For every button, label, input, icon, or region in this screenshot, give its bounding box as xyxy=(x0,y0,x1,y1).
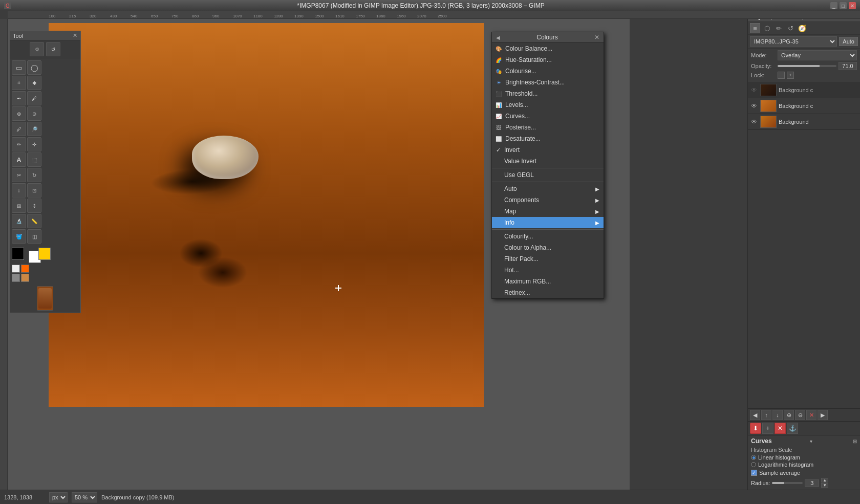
layer-visibility-1[interactable]: 👁 xyxy=(750,102,758,110)
lock-position-checkbox[interactable]: + xyxy=(787,72,794,79)
layers-tab-button[interactable]: ≡ xyxy=(750,23,760,33)
radius-up-button[interactable]: ▲ xyxy=(821,478,828,483)
minimize-button[interactable]: _ xyxy=(830,2,837,9)
sample-average-checkbox[interactable]: ✓ xyxy=(751,470,757,476)
history-tab-button[interactable]: ↺ xyxy=(785,23,795,33)
dodge-burn-tool[interactable]: ⊙ xyxy=(27,106,41,121)
radius-down-button[interactable]: ▼ xyxy=(821,483,828,488)
rect-select-tool[interactable]: ▭ xyxy=(12,60,26,75)
rotate-tool[interactable]: ↻ xyxy=(27,168,41,182)
tool-reset-icon[interactable]: ↺ xyxy=(46,42,60,56)
window-controls[interactable]: _ □ ✕ xyxy=(830,2,856,9)
menu-curves[interactable]: 📈 Curves... xyxy=(492,111,604,122)
merge-down-button[interactable]: ⬇ xyxy=(750,423,761,434)
free-select-tool[interactable]: ⌗ xyxy=(12,76,26,90)
zoom-select[interactable]: 50 % xyxy=(72,492,97,502)
gray-swatch[interactable] xyxy=(12,274,20,282)
crop-tool[interactable]: ✂ xyxy=(12,168,26,182)
paint-tool[interactable]: 🖌 xyxy=(27,91,41,105)
zoom-tool[interactable]: 🔎 xyxy=(27,122,41,136)
logarithmic-radio-button[interactable] xyxy=(751,462,756,467)
curves-collapse-icon[interactable]: ▾ xyxy=(810,439,812,444)
layer-to-image[interactable]: ⊖ xyxy=(795,410,805,420)
menu-maximum-rgb[interactable]: Maximum RGB... xyxy=(492,276,604,287)
layer-duplicate[interactable]: ⊕ xyxy=(784,410,794,420)
close-button[interactable]: ✕ xyxy=(849,2,856,9)
radius-slider[interactable] xyxy=(772,482,803,484)
new-layer-button[interactable]: + xyxy=(762,423,773,434)
ellipse-select-tool[interactable]: ◯ xyxy=(27,60,41,75)
alt-color-swatch[interactable] xyxy=(38,248,51,260)
menu-colour-to-alpha[interactable]: Colour to Alpha... xyxy=(492,242,604,253)
unit-select[interactable]: px xyxy=(49,492,68,502)
bucket-fill-tool[interactable]: 🪣 xyxy=(12,229,26,244)
flip-tool[interactable]: ⇕ xyxy=(27,199,41,213)
menu-retinex[interactable]: Retinex... xyxy=(492,287,604,298)
tool-options-icon[interactable]: ⚙ xyxy=(30,42,44,56)
menu-posterise[interactable]: 🖼 Posterise... xyxy=(492,122,604,133)
ink-tool[interactable]: 🖊 xyxy=(12,122,26,136)
colours-menu-close[interactable]: ✕ xyxy=(594,34,599,41)
menu-info[interactable]: Info ▶ xyxy=(492,217,604,228)
layer-item-1[interactable]: 👁 Background c xyxy=(748,98,860,114)
layer-visibility-2[interactable]: 👁 xyxy=(750,118,758,126)
mode-select[interactable]: Overlay xyxy=(778,50,857,60)
maximize-button[interactable]: □ xyxy=(840,2,847,9)
auto-button[interactable]: Auto xyxy=(839,37,858,46)
path-tool[interactable]: ✏ xyxy=(12,137,26,151)
smudge-tool[interactable]: ⊕ xyxy=(12,106,26,121)
layer-move-up[interactable]: ↑ xyxy=(761,410,771,420)
layer-item-2[interactable]: 👁 Background xyxy=(748,114,860,130)
menu-map[interactable]: Map ▶ xyxy=(492,206,604,217)
logarithmic-histogram-option[interactable]: Logarithmic histogram xyxy=(751,462,857,468)
brown-swatch[interactable] xyxy=(21,274,29,282)
align-tool[interactable]: ⬚ xyxy=(27,152,41,167)
menu-colourise[interactable]: 🎭 Colourise... xyxy=(492,65,604,77)
menu-colourify[interactable]: Colourify... xyxy=(492,231,604,242)
layer-scroll-right[interactable]: ▶ xyxy=(818,410,828,420)
curves-expand-icon[interactable]: ⊞ xyxy=(853,439,857,444)
layer-action-3[interactable]: ✕ xyxy=(775,423,786,434)
opacity-value[interactable]: 71.0 xyxy=(838,62,857,70)
layer-item-0[interactable]: 👁 Background c xyxy=(748,82,860,98)
menu-desaturate[interactable]: ⬜ Desaturate... xyxy=(492,133,604,144)
shear-tool[interactable]: ⊡ xyxy=(27,183,41,198)
image-select[interactable]: IMGP80...JPG-35 xyxy=(750,36,837,47)
menu-auto[interactable]: Auto ▶ xyxy=(492,183,604,194)
text-tool[interactable]: A xyxy=(12,152,26,167)
menu-colour-balance[interactable]: 🎨 Colour Balance... xyxy=(492,43,604,54)
menu-invert[interactable]: ✓ Invert xyxy=(492,144,604,156)
menu-hot[interactable]: Hot... xyxy=(492,265,604,276)
blend-tool[interactable]: ◫ xyxy=(27,229,41,244)
paths-tab-button[interactable]: ✏ xyxy=(773,23,784,33)
menu-filter-pack[interactable]: Filter Pack... xyxy=(492,253,604,265)
menu-hue-saturation[interactable]: 🌈 Hue-Saturation... xyxy=(492,54,604,65)
white-swatch[interactable] xyxy=(12,265,20,273)
orange-swatch[interactable] xyxy=(21,265,29,273)
menu-components[interactable]: Components ▶ xyxy=(492,194,604,206)
menu-brightness-contrast[interactable]: ☀ Brightness-Contrast... xyxy=(492,77,604,88)
pencil-tool[interactable]: ✒ xyxy=(12,91,26,105)
layer-scroll-left[interactable]: ◀ xyxy=(750,410,760,420)
menu-threshold[interactable]: ⬛ Threshold... xyxy=(492,88,604,99)
lock-pixels-checkbox[interactable] xyxy=(778,72,785,79)
radius-value[interactable]: 3 xyxy=(805,479,819,487)
perspective-tool[interactable]: ⊞ xyxy=(12,199,26,213)
layer-anchor-button[interactable]: ⚓ xyxy=(787,423,798,434)
foreground-color-swatch[interactable] xyxy=(12,248,24,260)
layer-move-down[interactable]: ↓ xyxy=(772,410,783,420)
linear-radio-button[interactable] xyxy=(751,455,756,460)
tool-panel-close[interactable]: ✕ xyxy=(73,32,77,39)
menu-use-gegl[interactable]: Use GEGL xyxy=(492,169,604,181)
measure-tool[interactable]: 📏 xyxy=(27,214,41,228)
channels-tab-button[interactable]: ⬡ xyxy=(762,23,772,33)
fuzzy-select-tool[interactable]: ✱ xyxy=(27,76,41,90)
layer-delete[interactable]: ✕ xyxy=(806,410,816,420)
linear-histogram-option[interactable]: Linear histogram xyxy=(751,454,857,461)
nav-tab-button[interactable]: 🧭 xyxy=(797,23,807,33)
colours-menu-back[interactable]: ◀ xyxy=(496,35,500,40)
scale-tool[interactable]: ↕ xyxy=(12,183,26,198)
layer-visibility-0[interactable]: 👁 xyxy=(750,86,758,94)
color-picker-tool[interactable]: 🔬 xyxy=(12,214,26,228)
menu-levels[interactable]: 📊 Levels... xyxy=(492,99,604,111)
